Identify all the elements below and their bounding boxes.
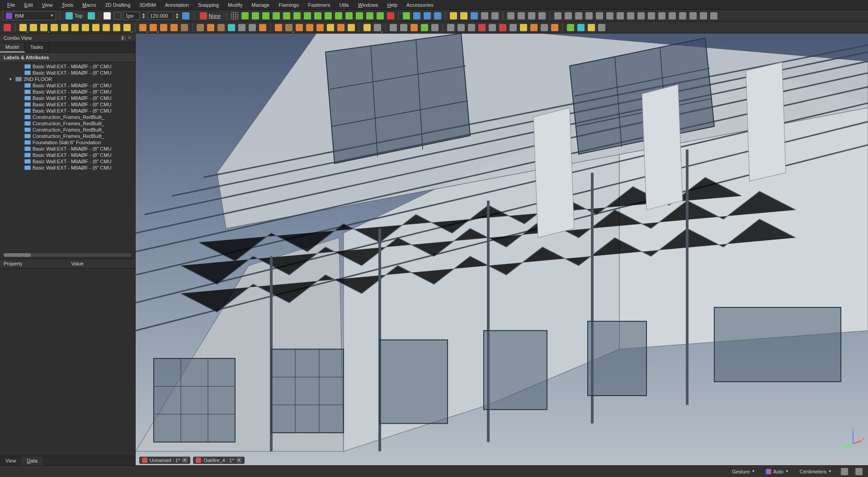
tree-item[interactable]: Basic Wall:EXT - M8AØF - (8" CMU [0, 95, 135, 101]
tree-item[interactable]: Basic Wall:EXT - M8AØF - (8" CMU [0, 158, 135, 165]
part-cut[interactable] [506, 11, 515, 20]
units-selector[interactable]: Centimeters ▼ [797, 468, 835, 475]
panel-float-icon[interactable]: ◧ [121, 35, 126, 41]
style-selector[interactable]: None [197, 11, 223, 20]
fasteners-10[interactable] [678, 11, 687, 20]
extrude[interactable] [491, 11, 500, 20]
truss[interactable] [316, 23, 325, 32]
status-toggle-2[interactable] [854, 467, 863, 476]
stairs[interactable] [258, 23, 267, 32]
tree-item[interactable]: Basic Wall:EXT - M8AØF - (8" CMU [0, 165, 135, 171]
tree-horizontal-scrollbar[interactable] [4, 253, 132, 257]
tree-item[interactable]: Basic Wall:EXT - M8AØF - (8" CMU [0, 108, 135, 114]
point[interactable] [112, 23, 121, 32]
column[interactable] [180, 23, 189, 32]
tree-item[interactable]: Construction_Frames_RedBuilt_ [0, 133, 135, 139]
status-toggle-1[interactable] [840, 467, 849, 476]
3d-viewport[interactable]: x y z Unnamed : 1*✕Oakfire_4 : 1*✕ [136, 33, 868, 465]
window[interactable] [227, 23, 236, 32]
menu-edit[interactable]: Edit [21, 1, 37, 9]
menu-flamingo[interactable]: Flamingo [275, 1, 302, 9]
tree-item[interactable]: Basic Wall:EXT - M8AØF - (8" CMU [0, 70, 135, 76]
expand-icon[interactable]: ▾ [8, 77, 13, 81]
tree-group[interactable]: ▾2ND FLOOR [0, 76, 135, 82]
menu-fasteners[interactable]: Fasteners [305, 1, 334, 9]
prop-tab-data[interactable]: Data [22, 456, 43, 465]
tree-item[interactable]: Basic Wall:EXT - M8AØF - (8" CMU [0, 146, 135, 152]
line-width-stepper[interactable]: ▲▼ [141, 11, 146, 20]
image[interactable] [477, 23, 486, 32]
explode[interactable] [538, 11, 547, 20]
bounding[interactable] [574, 11, 583, 20]
dimension-linear[interactable] [373, 23, 382, 32]
grid[interactable] [410, 23, 419, 32]
grid-toggle[interactable] [230, 11, 239, 20]
pipe-connector[interactable] [248, 23, 257, 32]
frame[interactable] [295, 23, 304, 32]
font-size-stepper[interactable]: ▲▼ [175, 11, 180, 20]
menu-modify[interactable]: Modify [224, 1, 246, 9]
snap-parallel[interactable] [313, 11, 322, 20]
axis-indicator[interactable]: x y z [843, 428, 863, 449]
fence[interactable] [305, 23, 314, 32]
refresh[interactable] [470, 11, 479, 20]
arc[interactable] [50, 23, 59, 32]
snap-intersect[interactable] [282, 11, 291, 20]
placeholder-4[interactable] [519, 23, 528, 32]
snap-ortho[interactable] [344, 11, 354, 20]
tree-item[interactable]: Basic Wall:EXT - M8AØF - (8" CMU [0, 152, 135, 158]
ellipse[interactable] [60, 23, 69, 32]
document-tab[interactable]: Unnamed : 1*✕ [139, 457, 190, 464]
fasteners-6[interactable] [637, 11, 646, 20]
menu-file[interactable]: File [4, 1, 19, 9]
fasteners-8[interactable] [657, 11, 666, 20]
bspline[interactable] [91, 23, 100, 32]
working-plane-button[interactable]: Top [63, 11, 85, 20]
placeholder-3[interactable] [509, 23, 518, 32]
line[interactable] [19, 23, 28, 32]
bim-tools[interactable] [430, 23, 439, 32]
placeholder-5[interactable] [529, 23, 538, 32]
fasteners-12[interactable] [699, 11, 708, 20]
tab-tasks[interactable]: Tasks [25, 43, 49, 52]
snap-midpoint[interactable] [251, 11, 260, 20]
fasteners-1[interactable] [585, 11, 594, 20]
document-tab[interactable]: Oakfire_4 : 1*✕ [193, 457, 244, 464]
sketch[interactable] [3, 23, 12, 32]
menu-help[interactable]: Help [383, 1, 401, 9]
restrict-z[interactable] [412, 11, 421, 20]
menu-3dbim[interactable]: 3D/BIM [136, 1, 160, 9]
text[interactable] [347, 23, 356, 32]
fasteners-4[interactable] [616, 11, 625, 20]
close-icon[interactable]: ✕ [182, 458, 188, 463]
undo[interactable] [449, 11, 458, 20]
polygon[interactable] [71, 23, 80, 32]
wireframe[interactable] [553, 11, 562, 20]
label[interactable] [389, 23, 398, 32]
menu-2ddrafting[interactable]: 2D Drafting [102, 1, 134, 9]
rotate[interactable] [433, 11, 442, 20]
tree-item[interactable]: Construction_Frames_RedBuilt_ [0, 127, 135, 133]
door[interactable] [217, 23, 226, 32]
prop-tab-view[interactable]: View [0, 456, 22, 465]
tree-item[interactable]: Construction_Frames_RedBuilt_ [0, 120, 135, 127]
close-icon[interactable]: ✕ [236, 458, 242, 463]
pipe[interactable] [237, 23, 246, 32]
tab-model[interactable]: Model [0, 43, 25, 52]
tree-item[interactable]: Basic Wall:EXT - M8AØF - (8" CMU [0, 89, 135, 95]
curtain[interactable] [170, 23, 179, 32]
dimension[interactable] [123, 23, 132, 32]
snap-ext[interactable] [303, 11, 312, 20]
snap-dims[interactable] [376, 11, 385, 20]
panel-close-icon[interactable]: ✕ [127, 35, 132, 41]
circle[interactable] [39, 23, 48, 32]
snap-special[interactable] [324, 11, 333, 20]
box[interactable] [480, 11, 489, 20]
tree-item[interactable]: Foundation Slab:6" Foundation [0, 139, 135, 146]
color-background[interactable] [113, 11, 122, 20]
workbench-selector[interactable]: BIM ▼ [3, 11, 56, 20]
restrict-x[interactable] [386, 11, 395, 20]
snap-wp[interactable] [365, 11, 374, 20]
nav-style-selector[interactable]: Gesture ▼ [729, 468, 758, 475]
rectangle[interactable] [81, 23, 90, 32]
